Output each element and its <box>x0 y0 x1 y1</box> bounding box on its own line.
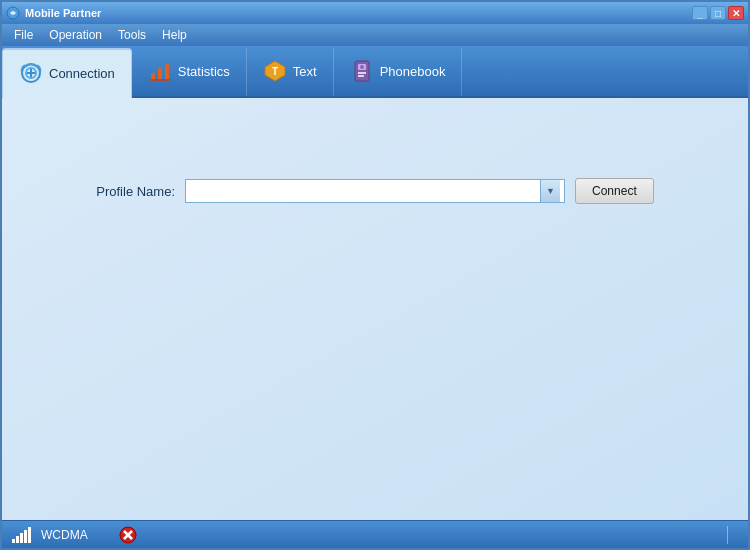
svg-rect-5 <box>165 64 169 80</box>
maximize-button[interactable]: □ <box>710 6 726 20</box>
svg-text:T: T <box>272 66 278 77</box>
tab-connection[interactable]: Connection <box>2 48 132 98</box>
text-icon: T <box>263 59 287 83</box>
title-bar: Mobile Partner _ □ ✕ <box>2 2 748 24</box>
window-title: Mobile Partner <box>25 7 101 19</box>
profile-name-label: Profile Name: <box>96 184 175 199</box>
menu-bar: File Operation Tools Help <box>2 24 748 46</box>
main-window: Mobile Partner _ □ ✕ File Operation Tool… <box>0 0 750 550</box>
signal-bar-4 <box>24 530 27 543</box>
svg-rect-4 <box>158 68 162 80</box>
menu-operation[interactable]: Operation <box>41 26 110 44</box>
svg-point-11 <box>360 65 364 69</box>
tab-phonebook-label: Phonebook <box>380 64 446 79</box>
network-type-label: WCDMA <box>41 528 88 542</box>
signal-strength-icon <box>12 527 31 543</box>
close-button[interactable]: ✕ <box>728 6 744 20</box>
tab-phonebook[interactable]: Phonebook <box>334 48 463 96</box>
tab-connection-label: Connection <box>49 66 115 81</box>
signal-bar-2 <box>16 536 19 543</box>
svg-rect-3 <box>151 73 155 80</box>
tab-statistics[interactable]: Statistics <box>132 48 247 96</box>
tab-text-label: Text <box>293 64 317 79</box>
title-controls: _ □ ✕ <box>692 6 744 20</box>
disconnect-icon[interactable] <box>118 525 138 545</box>
title-bar-left: Mobile Partner <box>6 6 101 20</box>
tab-bar: Connection Statistics T Tex <box>2 46 748 98</box>
main-content: Profile Name: ▼ Connect <box>2 98 748 520</box>
menu-file[interactable]: File <box>6 26 41 44</box>
status-icon-area <box>118 525 138 545</box>
connection-icon <box>19 61 43 85</box>
phonebook-icon <box>350 59 374 83</box>
tab-text[interactable]: T Text <box>247 48 334 96</box>
signal-bar-5 <box>28 527 31 543</box>
connect-button[interactable]: Connect <box>575 178 654 204</box>
profile-name-dropdown[interactable]: ▼ <box>185 179 565 203</box>
menu-help[interactable]: Help <box>154 26 195 44</box>
tab-statistics-label: Statistics <box>178 64 230 79</box>
status-divider <box>727 526 728 544</box>
status-bar: WCDMA <box>2 520 748 548</box>
menu-tools[interactable]: Tools <box>110 26 154 44</box>
profile-row: Profile Name: ▼ Connect <box>96 178 653 204</box>
app-icon <box>6 6 20 20</box>
statistics-icon <box>148 59 172 83</box>
signal-bar-1 <box>12 539 15 543</box>
signal-bar-3 <box>20 533 23 543</box>
dropdown-arrow-icon[interactable]: ▼ <box>540 180 560 202</box>
minimize-button[interactable]: _ <box>692 6 708 20</box>
